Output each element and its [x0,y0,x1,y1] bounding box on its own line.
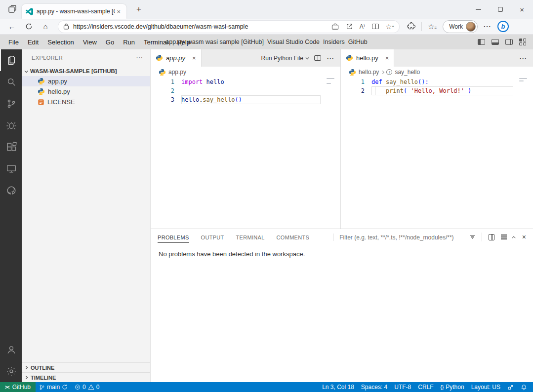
toggle-secondary-sidebar-icon[interactable] [505,39,513,45]
tab-close-icon[interactable]: × [115,8,123,15]
github-icon[interactable] [0,180,22,201]
minimap[interactable] [327,78,334,84]
close-panel-icon[interactable]: × [522,233,526,241]
refresh-icon[interactable] [22,20,36,33]
menu-item-edit[interactable]: Edit [23,39,43,46]
split-screen-icon[interactable] [372,24,379,29]
menu-item-terminal[interactable]: Terminal [139,39,172,46]
code-line-2[interactable]: 2 print( 'Hello, World!' ) [341,86,533,95]
window-maximize-icon[interactable] [498,7,503,12]
indentation-status[interactable]: Spaces: 4 [358,382,391,392]
menu-item-run[interactable]: Run [119,39,139,46]
menu-icon[interactable] [501,235,507,239]
panel-tab-terminal[interactable]: TERMINAL [236,232,265,243]
tab-close-icon[interactable]: × [192,54,196,62]
editor-more-icon[interactable]: ··· [520,55,527,62]
problems-filter[interactable] [333,234,470,241]
breadcrumb[interactable]: app.py [151,67,340,78]
file-item-hello-py[interactable]: hello.py [22,86,150,97]
filter-icon[interactable] [470,235,475,239]
keyboard-layout-status[interactable]: Layout: US [468,382,504,392]
remote-indicator[interactable]: >< GitHub [0,382,36,392]
maximize-panel-icon[interactable] [512,236,515,239]
tab-hello-py[interactable]: hello.py × [341,49,394,67]
lock-icon [63,23,69,30]
url-text[interactable]: https://insiders.vscode.dev/github/dbaeu… [73,23,325,30]
split-editor-icon[interactable] [314,55,321,61]
code-line-1[interactable]: 1def say_hello(): [341,78,533,86]
tunnel-icon[interactable] [504,382,517,392]
editor-more-icon[interactable]: ··· [327,55,334,62]
explorer-icon[interactable] [0,49,22,71]
section-outline[interactable]: OUTLINE [22,362,150,372]
tab-app-py[interactable]: app.py × [151,49,202,67]
file-item-license[interactable]: LICENSE [22,97,150,107]
toggle-panel-icon[interactable] [492,39,499,45]
home-icon[interactable]: ⌂ [39,20,52,33]
source-control-icon[interactable] [0,93,22,115]
menu-item-help[interactable]: Help [172,39,195,46]
accounts-icon[interactable] [0,339,22,360]
bing-copilot-icon[interactable]: b [497,21,509,32]
file-label: hello.py [48,88,70,95]
run-and-debug-icon[interactable] [0,115,22,136]
new-tab-button[interactable]: + [133,4,144,14]
search-icon[interactable] [0,71,22,93]
code-line-2[interactable]: 2 [151,86,340,95]
eol-status[interactable]: CRLF [414,382,437,392]
tree-section-header[interactable]: WASM-WASI-SAMPLE [GITHUB] [22,66,150,76]
remote-explorer-icon[interactable] [0,158,22,180]
menu-item-go[interactable]: Go [101,39,119,46]
breadcrumb[interactable]: hello.py ƒ say_hello [341,67,533,78]
menu-item-selection[interactable]: Selection [43,39,78,46]
tab-close-icon[interactable]: × [385,54,389,62]
window-minimize-icon[interactable] [476,9,481,10]
language-status[interactable]: {} Python [437,382,468,392]
section-timeline[interactable]: TIMELINE [22,372,150,382]
problems-message: No problems have been detected in the wo… [151,245,533,263]
window-close-icon[interactable]: × [520,5,524,14]
share-icon[interactable] [346,23,353,30]
settings-gear-icon[interactable] [0,360,22,382]
bell-icon[interactable] [517,382,533,392]
menu-item-view[interactable]: View [79,39,101,46]
extensions-view-icon[interactable] [0,136,22,158]
run-python-file-button[interactable]: Run Python File [261,55,308,62]
minimap[interactable] [519,78,527,81]
panel-tab-problems[interactable]: PROBLEMS [158,232,189,243]
favorite-add-icon[interactable]: ☆+ [386,23,394,31]
briefcase-icon[interactable] [331,23,339,30]
problems-filter-input[interactable] [339,234,463,241]
code-editor-hello-py[interactable]: 1def say_hello():2 print( 'Hello, World!… [341,78,533,229]
cursor-position[interactable]: Ln 3, Col 18 [319,382,358,392]
branch-status[interactable]: main [36,382,71,392]
explorer-title: EXPLORER [32,55,63,61]
line-number: 2 [151,87,174,94]
python-icon [159,69,166,76]
code-editor-app-py[interactable]: 1import hello23hello.say_hello() [151,78,340,229]
file-item-app-py[interactable]: app.py [22,76,150,86]
browser-more-icon[interactable]: ··· [484,23,492,30]
read-aloud-icon[interactable]: A⁾ [360,23,365,30]
collections-icon[interactable]: ☆≡ [428,22,437,31]
code-line-1[interactable]: 1import hello [151,78,340,86]
workspaces-icon[interactable] [4,2,21,16]
toggle-sidebar-icon[interactable] [478,39,485,45]
encoding-status[interactable]: UTF-8 [391,382,414,392]
code-line-3[interactable]: 3hello.say_hello() [151,95,340,104]
profile-button[interactable]: Work [443,20,478,33]
back-icon[interactable]: ← [5,20,19,33]
address-bar[interactable]: https://insiders.vscode.dev/github/dbaeu… [58,21,399,33]
problems-status[interactable]: 0 0 [71,382,103,392]
python-icon [346,54,353,62]
panel-tab-comments[interactable]: COMMENTS [277,232,310,243]
panel-tab-output[interactable]: OUTPUT [201,232,224,243]
customize-layout-icon[interactable] [519,39,526,45]
extensions-icon[interactable] [407,22,415,31]
explorer-more-icon[interactable]: ··· [136,55,143,61]
editor-area: app.py × Run Python File ··· app.py [151,49,533,229]
menu-item-file[interactable]: File [4,39,23,46]
view-as-table-icon[interactable] [489,234,494,240]
line-text: hello.say_hello() [181,95,321,104]
browser-tab[interactable]: app.py - wasm-wasi-sample [GitHub] × [22,4,126,19]
